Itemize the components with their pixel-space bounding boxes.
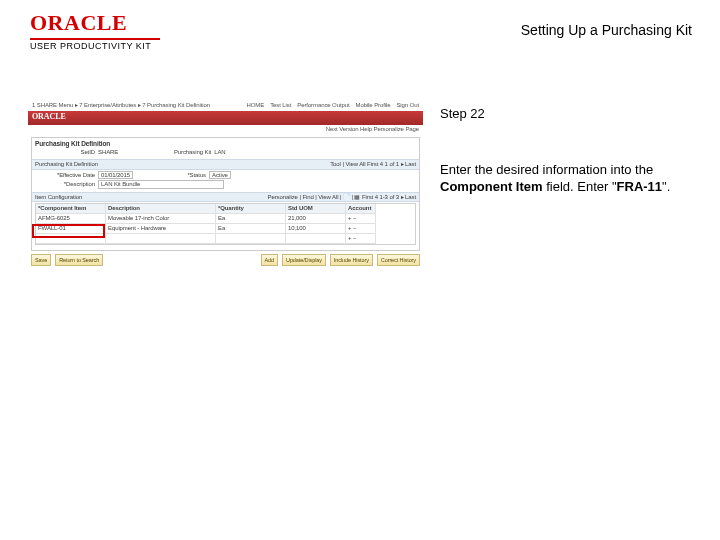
breadcrumb-left: 1 SHARE Menu ▸ 7 Enterprise/Attributes ▸… — [32, 102, 210, 109]
instruction-value: FRA-11 — [617, 179, 663, 194]
status-field[interactable]: Active — [209, 171, 231, 180]
setid-value: SHARE — [98, 149, 118, 156]
step-label: Step 22 — [440, 105, 690, 123]
instruction-mid: field. Enter " — [543, 179, 617, 194]
instruction-text: Enter the desired information into the C… — [440, 161, 690, 196]
col-component-item: *Component Item — [36, 204, 106, 214]
cell-r1-c1: Equipment - Hardware — [106, 224, 216, 234]
crumb-testlist[interactable]: Test List — [270, 102, 291, 109]
form-title: Purchasing Kit Definition — [35, 140, 416, 147]
cell-r2-c0[interactable] — [36, 234, 106, 244]
instruction-panel: Step 22 Enter the desired information in… — [440, 105, 690, 196]
add-button[interactable]: Add — [261, 254, 279, 266]
page-title: Setting Up a Purchasing Kit — [521, 22, 692, 38]
cell-r2-c3 — [286, 234, 346, 244]
cell-r2-c4[interactable]: + − — [346, 234, 376, 244]
logo-subtitle: USER PRODUCTIVITY KIT — [30, 41, 160, 51]
instruction-suffix: ". — [662, 179, 670, 194]
setid-label: SetID — [35, 149, 95, 156]
crumb-signout[interactable]: Sign Out — [396, 102, 419, 109]
component-grid: *Component Item Description *Quantity St… — [35, 203, 416, 245]
breadcrumb-right: HOME Test List Performance Output Mobile… — [247, 102, 419, 109]
correct-history-button[interactable]: Correct History — [377, 254, 420, 266]
crumb-perf[interactable]: Performance Output — [297, 102, 349, 109]
cell-r0-c0[interactable]: AFMG-6025 — [36, 214, 106, 224]
effdate-field[interactable]: 01/01/2015 — [98, 171, 133, 180]
section-bar-1: Purchasing Kit Definition Tool | View Al… — [32, 159, 419, 170]
desc-label: *Description — [35, 181, 95, 188]
bar2-left: Item Configuration — [35, 194, 82, 201]
save-button[interactable]: Save — [31, 254, 51, 266]
effdate-label: *Effective Date — [35, 172, 95, 179]
logo-block: ORACLE USER PRODUCTIVITY KIT — [30, 10, 160, 51]
desc-field[interactable]: LAN Kit Bundle — [98, 180, 224, 189]
include-history-button[interactable]: Include History — [330, 254, 373, 266]
cell-r2-c1 — [106, 234, 216, 244]
kit-value: LAN — [214, 149, 225, 156]
cell-r0-c4[interactable]: + − — [346, 214, 376, 224]
footer-buttons: Save Return to Search Add Update/Display… — [31, 254, 420, 266]
cell-r1-c2[interactable]: Ea — [216, 224, 286, 234]
update-display-button[interactable]: Update/Display — [282, 254, 326, 266]
bar2-right: Personalize | Find | View All | 📄 | ▦ Fi… — [268, 194, 416, 201]
status-label: *Status — [136, 172, 206, 179]
cell-r2-c2[interactable] — [216, 234, 286, 244]
cell-r1-c4[interactable]: + − — [346, 224, 376, 234]
instruction-field-name: Component Item — [440, 179, 543, 194]
bar1-right: Tool | View All First 4 1 of 1 ▸ Last — [330, 161, 416, 168]
return-search-button[interactable]: Return to Search — [55, 254, 103, 266]
col-quantity: *Quantity — [216, 204, 286, 214]
col-description: Description — [106, 204, 216, 214]
form-box: Purchasing Kit Definition SetID SHARE Pu… — [31, 137, 420, 251]
cell-r1-c0[interactable]: FWALL-01 — [36, 224, 106, 234]
crumb-profile[interactable]: Mobile Profile — [356, 102, 391, 109]
crumb-home[interactable]: HOME — [247, 102, 265, 109]
logo-divider — [30, 38, 160, 40]
cell-r1-c3: 10,100 — [286, 224, 346, 234]
cell-r0-c3: 21,000 — [286, 214, 346, 224]
embedded-screenshot: 1 SHARE Menu ▸ 7 Enterprise/Attributes ▸… — [28, 100, 423, 260]
cell-r0-c2[interactable]: Ea — [216, 214, 286, 224]
brand-bar: ORACLE — [28, 111, 423, 125]
col-account: Account — [346, 204, 376, 214]
breadcrumb: 1 SHARE Menu ▸ 7 Enterprise/Attributes ▸… — [28, 100, 423, 111]
oracle-logo: ORACLE — [30, 10, 160, 36]
kit-label: Purchasing Kit — [121, 149, 211, 156]
section-bar-2: Item Configuration Personalize | Find | … — [32, 192, 419, 203]
instruction-prefix: Enter the desired information into the — [440, 162, 653, 177]
brand-text: ORACLE — [32, 113, 66, 122]
bar1-left: Purchasing Kit Definition — [35, 161, 98, 168]
col-stduom: Std UOM — [286, 204, 346, 214]
cell-r0-c1: Moveable 17-inch Color — [106, 214, 216, 224]
sub-bar: Next Version Help Personalize Page — [28, 125, 423, 134]
